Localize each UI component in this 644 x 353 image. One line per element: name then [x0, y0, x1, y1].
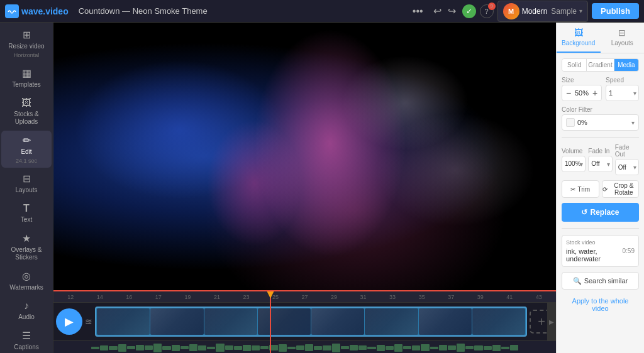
size-input-group: − 50% + — [562, 85, 602, 101]
captions-icon: ☰ — [22, 330, 31, 342]
film-frame — [419, 308, 472, 335]
tab-layouts[interactable]: ⊟ Layouts — [601, 23, 645, 53]
logo-text: wave.video — [21, 6, 69, 16]
size-label: Size — [562, 77, 602, 84]
speed-col: Speed 1 2 0.5 — [606, 77, 639, 101]
ruler-mark: 33 — [378, 294, 408, 300]
sidebar-item-text[interactable]: T Text — [1, 199, 52, 227]
color-filter-row[interactable]: 0% ▾ — [562, 114, 639, 131]
media-tab-solid[interactable]: Solid — [562, 59, 587, 71]
mode-label: Modern — [522, 7, 548, 16]
timeline-scroll-right[interactable]: ▶ — [547, 303, 556, 340]
sidebar-item-captions[interactable]: ☰ Captions — [1, 326, 52, 353]
timeline-bottom — [53, 340, 556, 353]
crop-rotate-label: Crop & Rotate — [609, 182, 639, 196]
crop-icon: ⟳ — [602, 186, 608, 193]
media-type-tabs: Solid Gradient Media — [562, 58, 639, 72]
sidebar-item-stocks[interactable]: 🖼 Stocks & Uploads — [1, 94, 52, 129]
sidebar-item-audio[interactable]: ♪ Audio — [1, 296, 52, 325]
timeline-area: 12 14 16 17 19 21 23 25 27 29 31 33 35 3… — [53, 290, 556, 353]
color-filter-value: 0% — [577, 119, 629, 126]
color-swatch — [566, 118, 575, 127]
center-area: 12 14 16 17 19 21 23 25 27 29 31 33 35 3… — [53, 23, 556, 353]
sidebar-item-layouts[interactable]: ⊟ Layouts — [1, 169, 52, 198]
stock-section-label: Stock video — [566, 239, 635, 246]
media-tab-media[interactable]: Media — [614, 59, 638, 71]
ruler-mark: 43 — [525, 294, 554, 300]
volume-col: Volume 100% 50% 0% — [562, 148, 586, 172]
sidebar-item-edit[interactable]: ✏ Edit 24.1 sec — [1, 131, 52, 168]
volume-select[interactable]: 100% 50% 0% — [562, 156, 586, 172]
playhead[interactable] — [270, 291, 271, 353]
volume-label: Volume — [562, 148, 586, 155]
ruler-mark: 23 — [231, 294, 261, 300]
media-tab-gradient[interactable]: Gradient — [587, 59, 614, 71]
audio-waveform — [91, 343, 518, 353]
size-minus-button[interactable]: − — [562, 85, 575, 100]
more-options-icon[interactable]: ••• — [410, 3, 426, 19]
fade-in-select[interactable]: Off On — [588, 156, 612, 172]
speed-select-wrapper: 1 2 0.5 — [606, 85, 639, 101]
ruler-mark: 21 — [203, 294, 232, 300]
help-button[interactable]: ? 9 — [480, 4, 494, 18]
templates-icon: ▦ — [22, 67, 31, 79]
color-filter-label: Color Filter — [562, 106, 639, 113]
video-track-inner — [96, 308, 526, 335]
video-background — [53, 23, 556, 290]
play-button[interactable]: ▶ — [56, 308, 82, 335]
left-sidebar: ⊞ Resize video Horizontal ▦ Templates 🖼 … — [0, 23, 53, 353]
publish-button[interactable]: Publish — [592, 3, 639, 19]
top-bar: wave.video Countdown — Neon Smoke Theme … — [0, 0, 644, 23]
search-similar-label: Search similar — [584, 277, 628, 285]
redo-button[interactable]: ↪ — [445, 3, 458, 19]
speed-select[interactable]: 1 2 0.5 — [606, 85, 639, 101]
logo: wave.video — [5, 4, 69, 18]
search-similar-button[interactable]: 🔍 Search similar — [562, 272, 639, 290]
sidebar-item-resize[interactable]: ⊞ Resize video Horizontal — [1, 25, 52, 62]
fade-in-select-wrapper: Off On — [588, 156, 612, 172]
text-icon: T — [23, 203, 30, 214]
size-value: 50% — [575, 89, 589, 97]
sidebar-item-overlays[interactable]: ★ Overlays & Stickers — [1, 229, 52, 265]
layouts-icon: ⊟ — [23, 173, 31, 185]
film-frame — [472, 308, 525, 335]
sidebar-item-watermarks[interactable]: ◎ Watermarks — [1, 266, 52, 295]
sidebar-label-audio: Audio — [18, 313, 35, 321]
audio-icon: ♪ — [24, 300, 29, 312]
stock-tags: ink, water, underwater — [566, 247, 623, 263]
ruler-mark: 16 — [114, 294, 144, 300]
waveform-icon: ≋ — [85, 317, 92, 327]
film-frame — [258, 308, 311, 335]
sidebar-label-layouts: Layouts — [15, 187, 37, 194]
sidebar-sublabel-edit: 24.1 sec — [16, 158, 37, 164]
timeline-ruler: 12 14 16 17 19 21 23 25 27 29 31 33 35 3… — [53, 291, 556, 303]
size-plus-button[interactable]: + — [589, 85, 601, 100]
undo-button[interactable]: ↩ — [431, 3, 444, 19]
video-track[interactable] — [95, 307, 527, 337]
timeline-tracks: ▶ ≋ + — [53, 303, 556, 340]
ruler-mark: 37 — [436, 294, 466, 300]
sidebar-label-stocks: Stocks & Uploads — [4, 111, 49, 126]
trim-button[interactable]: ✂ Trim — [562, 180, 599, 198]
panel-content: Solid Gradient Media Size − 50% + Speed — [557, 53, 644, 353]
size-col: Size − 50% + — [562, 77, 602, 101]
mode-selector[interactable]: M Modern Sample ▾ — [497, 1, 588, 22]
panel-tabs: 🖼 Background ⊟ Layouts — [557, 23, 644, 53]
sidebar-label-edit: Edit — [21, 148, 31, 156]
apply-whole-video-link[interactable]: Apply to the whole video — [562, 295, 639, 315]
ruler-mark: 17 — [144, 294, 174, 300]
help-badge-count: 9 — [488, 3, 496, 10]
fade-out-label: Fade Out — [615, 144, 639, 158]
replace-button[interactable]: ↺ Replace — [562, 203, 639, 222]
mode-avatar: M — [503, 3, 519, 19]
divider-2 — [562, 228, 639, 229]
stock-duration: 0:59 — [623, 247, 635, 254]
ruler-mark: 31 — [348, 294, 378, 300]
video-canvas — [53, 23, 556, 290]
sidebar-item-templates[interactable]: ▦ Templates — [1, 63, 52, 92]
volume-fade-row: Volume 100% 50% 0% Fade In Off — [562, 144, 639, 175]
fade-out-select[interactable]: Off On — [615, 159, 639, 175]
tab-background[interactable]: 🖼 Background — [557, 23, 601, 53]
crop-rotate-button[interactable]: ⟳ Crop & Rotate — [602, 180, 640, 198]
right-panel: 🖼 Background ⊟ Layouts Solid Gradient Me… — [556, 23, 644, 353]
